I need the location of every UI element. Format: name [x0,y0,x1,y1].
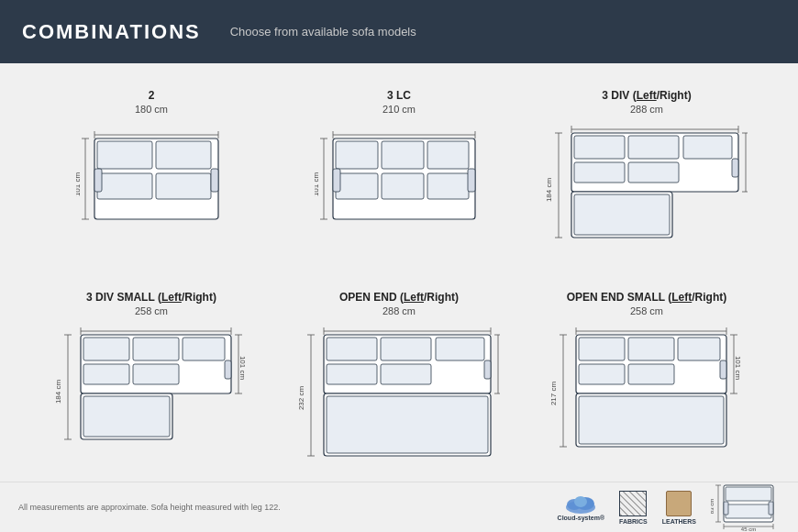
page-subtitle: Choose from available sofa models [230,25,416,39]
svg-rect-83 [327,338,377,360]
svg-rect-125 [724,502,728,515]
sofa-cell-3divsmall: 3 DIV SMALL (Left/Right) 258 cm 184 cm 1… [28,283,275,485]
sofa-width-3div: 288 cm [630,104,663,115]
svg-rect-85 [436,338,484,360]
sofa-width-openend: 288 cm [382,305,416,316]
svg-rect-12 [94,169,102,192]
svg-rect-27 [427,173,469,199]
svg-rect-48 [732,159,738,177]
svg-rect-46 [574,162,625,183]
svg-text:232 cm: 232 cm [298,386,305,411]
page-title: COMBINATIONS [22,20,201,44]
svg-text:101 cm: 101 cm [238,356,247,381]
mini-sofa-dims: 83 cm 45 cm [711,481,780,533]
sofa-title-openend: OPEN END (Left/Right) [339,291,459,304]
svg-rect-68 [225,360,231,379]
svg-rect-66 [83,364,129,384]
svg-rect-87 [381,364,431,384]
footer-note: All measurements are approximate. Sofa h… [18,503,558,512]
sofa-width-openendsmall: 258 cm [630,305,663,316]
svg-rect-63 [83,338,129,360]
svg-rect-69 [83,396,170,437]
svg-text:101 cm: 101 cm [76,172,82,197]
fabrics-brand: FABRICS [619,491,648,525]
svg-rect-24 [427,141,469,169]
sofa-cell-2: 2 180 cm 101 cm [28,82,275,283]
svg-rect-105 [678,338,720,360]
page-footer: All measurements are approximate. Sofa h… [0,482,798,532]
svg-rect-106 [579,364,625,384]
svg-rect-11 [156,173,211,199]
page-header: COMBINATIONS Choose from available sofa … [0,0,798,63]
sofa-diagram-3div: 184 cm 101 cm [546,118,748,270]
svg-rect-123 [726,487,771,501]
sofa-diagram-2: 101 cm [76,118,227,238]
svg-rect-26 [382,173,424,199]
svg-rect-49 [574,194,670,235]
svg-rect-67 [133,364,179,384]
svg-text:83 cm: 83 cm [711,498,715,513]
sofa-diagram-3divsmall: 184 cm 101 cm [55,320,248,467]
svg-rect-109 [579,396,724,444]
svg-text:217 cm: 217 cm [550,382,558,406]
svg-rect-89 [327,396,488,453]
svg-rect-107 [628,364,674,384]
svg-rect-47 [628,162,679,183]
svg-rect-43 [574,136,625,159]
svg-text:184 cm: 184 cm [546,178,553,203]
svg-point-113 [574,496,587,507]
svg-text:101 cm: 101 cm [498,356,500,381]
svg-text:101 cm: 101 cm [734,356,742,381]
footer-brands: Cloud-system® FABRICS LEATHERS 83 cm [558,481,780,533]
svg-rect-86 [327,364,377,384]
svg-text:101 cm: 101 cm [315,172,320,197]
svg-rect-88 [484,360,491,379]
svg-rect-84 [381,338,431,360]
svg-rect-124 [726,504,771,518]
sofa-title-openendsmall: OPEN END SMALL (Left/Right) [567,291,726,304]
svg-rect-108 [720,360,726,379]
svg-text:184 cm: 184 cm [55,380,62,405]
sofa-diagram-openend: 232 cm 101 cm [298,320,500,481]
sofa-cell-3lc: 3 LC 210 cm 101 cm [275,82,523,283]
leathers-brand: LEATHERS [662,491,696,525]
sofa-title-3lc: 3 LC [387,89,411,102]
svg-rect-25 [336,173,378,199]
svg-rect-28 [333,169,340,192]
svg-rect-44 [628,136,679,159]
sofa-cell-openendsmall: OPEN END SMALL (Left/Right) 258 cm 217 c… [523,283,770,485]
svg-text:101 cm: 101 cm [746,154,748,179]
sofa-diagram-3lc: 101 cm [315,118,484,238]
svg-rect-10 [97,173,152,199]
svg-rect-126 [769,502,773,515]
svg-text:45 cm: 45 cm [741,526,756,531]
svg-rect-45 [683,136,732,159]
svg-rect-23 [382,141,424,169]
svg-rect-8 [97,141,152,169]
sofa-cell-3div: 3 DIV (Left/Right) 288 cm 184 cm 101 cm [523,82,770,283]
svg-rect-65 [183,338,225,360]
sofa-diagram-openendsmall: 217 cm 101 cm [550,320,743,471]
cloud-system-brand: Cloud-system® [558,494,604,521]
sofa-cell-openend: OPEN END (Left/Right) 288 cm 232 cm 101 … [275,283,523,485]
svg-rect-104 [628,338,674,360]
sofa-title-3div: 3 DIV (Left/Right) [602,89,691,102]
svg-rect-22 [336,141,378,169]
svg-rect-29 [468,169,475,192]
svg-rect-64 [133,338,179,360]
sofa-grid: 2 180 cm 101 cm [0,63,798,494]
sofa-width-2: 180 cm [135,104,168,115]
sofa-title-3divsmall: 3 DIV SMALL (Left/Right) [86,291,216,304]
sofa-title-2: 2 [149,89,155,102]
svg-rect-9 [156,141,211,169]
sofa-width-3lc: 210 cm [382,104,416,115]
sofa-width-3divsmall: 258 cm [135,305,168,316]
svg-rect-103 [579,338,625,360]
svg-rect-13 [211,169,218,192]
